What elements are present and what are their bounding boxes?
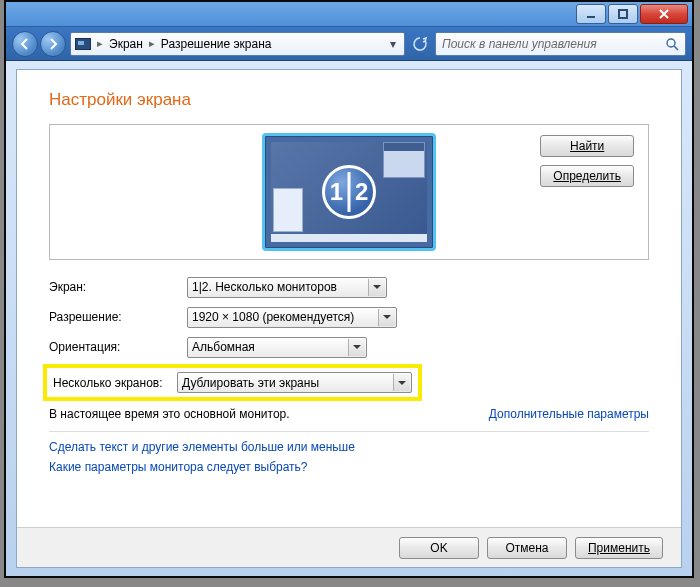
multimon-value: Дублировать эти экраны — [182, 376, 319, 390]
orientation-combo[interactable]: Альбомная — [187, 337, 367, 358]
search-input[interactable]: Поиск в панели управления — [435, 32, 686, 56]
address-bar[interactable]: ▸ Экран ▸ Разрешение экрана ▾ — [70, 32, 405, 56]
monitor-id-badge: 1 2 — [322, 165, 376, 219]
display-preview-panel: 1 2 Найти Определить — [49, 124, 649, 260]
chevron-down-icon — [368, 279, 385, 296]
divider — [49, 431, 649, 432]
cancel-button[interactable]: Отмена — [487, 537, 567, 559]
nav-back-button[interactable] — [12, 31, 38, 57]
chevron-right-icon: ▸ — [149, 37, 155, 50]
resolution-value: 1920 × 1080 (рекомендуется) — [192, 310, 354, 324]
chevron-down-icon — [348, 339, 365, 356]
breadcrumb-item[interactable]: Экран — [109, 37, 143, 51]
orientation-label: Ориентация: — [49, 340, 179, 354]
resolution-combo[interactable]: 1920 × 1080 (рекомендуется) — [187, 307, 397, 328]
chevron-down-icon — [393, 374, 410, 391]
svg-point-2 — [667, 39, 675, 47]
find-button[interactable]: Найти — [540, 135, 634, 157]
svg-rect-1 — [619, 10, 627, 18]
ok-button[interactable]: OK — [399, 537, 479, 559]
screen-label: Экран: — [49, 280, 179, 294]
advanced-settings-link[interactable]: Дополнительные параметры — [489, 407, 649, 421]
display-preview-monitor[interactable]: 1 2 — [262, 133, 436, 251]
highlighted-multimon-row: Несколько экранов: Дублировать эти экран… — [43, 364, 422, 401]
search-placeholder: Поиск в панели управления — [442, 37, 597, 51]
text-size-link[interactable]: Сделать текст и другие элементы больше и… — [49, 440, 649, 454]
close-button[interactable] — [640, 4, 688, 24]
apply-button[interactable]: Применить — [575, 537, 663, 559]
titlebar — [6, 2, 692, 27]
screen-value: 1|2. Несколько мониторов — [192, 280, 337, 294]
dialog-footer: OK Отмена Применить — [17, 527, 681, 567]
page-title: Настройки экрана — [49, 90, 649, 110]
svg-rect-0 — [587, 16, 595, 18]
address-dropdown-icon[interactable]: ▾ — [385, 37, 400, 52]
chevron-down-icon — [378, 309, 395, 326]
minimize-button[interactable] — [576, 4, 606, 24]
page-content: Настройки экрана 1 2 Найти Определить — [16, 69, 682, 568]
refresh-button[interactable] — [409, 33, 431, 55]
window-frame: ▸ Экран ▸ Разрешение экрана ▾ Поиск в па… — [4, 0, 694, 578]
control-panel-icon — [75, 38, 91, 50]
detect-button[interactable]: Определить — [540, 165, 634, 187]
navbar: ▸ Экран ▸ Разрешение экрана ▾ Поиск в па… — [6, 27, 692, 61]
which-monitor-link[interactable]: Какие параметры монитора следует выбрать… — [49, 460, 649, 474]
search-icon — [665, 37, 679, 51]
resolution-label: Разрешение: — [49, 310, 179, 324]
nav-forward-button[interactable] — [40, 31, 66, 57]
orientation-value: Альбомная — [192, 340, 255, 354]
chevron-right-icon: ▸ — [97, 37, 103, 50]
svg-line-3 — [674, 46, 678, 50]
primary-monitor-note: В настоящее время это основной монитор. — [49, 407, 290, 421]
page-glass: Настройки экрана 1 2 Найти Определить — [6, 61, 692, 576]
screen-combo[interactable]: 1|2. Несколько мониторов — [187, 277, 387, 298]
multimon-combo[interactable]: Дублировать эти экраны — [177, 372, 412, 393]
maximize-button[interactable] — [608, 4, 638, 24]
multimon-label: Несколько экранов: — [53, 376, 177, 390]
breadcrumb-item[interactable]: Разрешение экрана — [161, 37, 272, 51]
